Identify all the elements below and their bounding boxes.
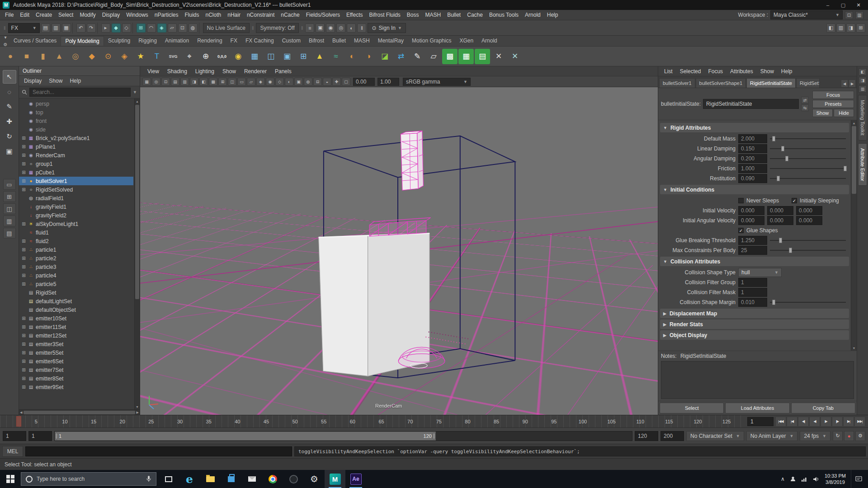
outliner-menu-item[interactable]: Display	[21, 77, 45, 85]
initially-sleeping-checkbox[interactable]: ✓	[792, 198, 797, 203]
platonic-solid[interactable]: ◈	[117, 49, 132, 64]
attribute-slider[interactable]	[770, 145, 846, 152]
layout-split-vertical[interactable]: ▥	[3, 216, 16, 226]
menu-item[interactable]: File	[2, 10, 17, 19]
status-icon[interactable]	[72, 23, 75, 33]
expand-toggle[interactable]	[21, 265, 26, 269]
attribute-slider[interactable]	[770, 155, 846, 162]
viewport-menu-item[interactable]: Show	[219, 67, 240, 75]
poly-sphere[interactable]: ●	[3, 49, 18, 64]
expand-toggle[interactable]	[21, 376, 26, 381]
close-button[interactable]: ✕	[852, 1, 865, 9]
outliner-item[interactable]: emitter3Set	[19, 340, 133, 348]
screen-ao-icon[interactable]: ◒	[323, 78, 331, 86]
action-center-button[interactable]	[851, 470, 866, 488]
outliner-item[interactable]: particle2	[19, 254, 133, 263]
play-forward-button[interactable]: ▶	[821, 417, 831, 427]
outliner-item[interactable]: group1	[19, 160, 133, 168]
wireframe-icon[interactable]: ◇	[275, 78, 284, 86]
attribute-value-field[interactable]: 0.090	[738, 174, 767, 183]
overscan-icon[interactable]: ◧	[199, 78, 208, 86]
layout-single-pane[interactable]: ▭	[3, 179, 16, 190]
attribute-editor-tab[interactable]: RigidSetInitialState	[746, 78, 796, 88]
sculpt-sphere[interactable]: ◉	[231, 49, 246, 64]
shelf-tab[interactable]: Custom	[278, 36, 305, 46]
outliner-search-input[interactable]	[29, 88, 131, 97]
search-filter-icon[interactable]: ▼	[133, 90, 137, 94]
character-set-dropdown[interactable]: No Character Set ▼	[686, 431, 744, 441]
attribute-value-field[interactable]: 1	[738, 288, 767, 297]
store-icon[interactable]	[221, 470, 241, 488]
attribute-value-field[interactable]: 2.000	[738, 134, 767, 143]
menu-item[interactable]: MASH	[422, 10, 444, 19]
playback-end-field[interactable]: 120	[635, 431, 658, 441]
viewport-menu-item[interactable]: Panels	[271, 67, 295, 75]
outliner-item[interactable]: emitter12Set	[19, 331, 133, 340]
use-all-lights-icon[interactable]: ◍	[304, 78, 312, 86]
xray-icon[interactable]: ▩	[209, 78, 217, 86]
menu-item[interactable]: Create	[33, 10, 55, 19]
animation-start-field[interactable]: 1	[3, 431, 26, 441]
gate-mask-icon[interactable]: ▭	[237, 78, 246, 86]
file-explorer-icon[interactable]	[200, 470, 221, 488]
attribute-editor-menu-item[interactable]: List	[661, 67, 676, 75]
menu-item[interactable]: Edit	[17, 10, 33, 19]
extrude[interactable]: ▲	[312, 49, 327, 64]
poly-type[interactable]: T	[149, 49, 165, 64]
step-fwd-frame-button[interactable]: |▶	[832, 417, 843, 427]
poly-cube[interactable]: ■	[19, 49, 34, 64]
node-name-field[interactable]: RigidSetInitialState	[703, 99, 799, 109]
menu-item[interactable]: Cache	[464, 10, 486, 19]
step-fwd-key-button[interactable]: ▶|	[843, 417, 854, 427]
range-slider-track[interactable]: 1 120	[54, 431, 632, 441]
shelf-tab[interactable]: Poly Modeling	[61, 36, 104, 46]
outliner-item[interactable]: defaultObjectSet	[19, 305, 133, 314]
mail-icon[interactable]	[241, 470, 262, 488]
outliner-item[interactable]: fluid2	[19, 237, 133, 245]
shelf-tab[interactable]: Motion Graphics	[408, 36, 455, 46]
expand-toggle[interactable]	[21, 342, 26, 347]
select-tool[interactable]: ↖	[3, 70, 16, 84]
anim-preferences-icon[interactable]: ⚙	[855, 431, 865, 441]
status-icon[interactable]	[199, 23, 202, 33]
start-button[interactable]	[0, 470, 21, 488]
scale-tool[interactable]: ▣	[3, 145, 16, 158]
shelf-tab[interactable]: Arnold	[477, 36, 501, 46]
menu-item[interactable]: Bifrost Fluids	[366, 10, 403, 19]
outliner-menu-item[interactable]: Help	[66, 77, 84, 85]
maya-icon[interactable]	[325, 470, 345, 488]
open-render-view-icon[interactable]: ▣	[316, 23, 325, 33]
collision-shape-type-dropdown[interactable]: hull ▼	[738, 268, 782, 277]
attribute-editor-footer-button[interactable]: Select	[660, 403, 724, 413]
live-surface-indicator[interactable]: No Live Surface	[203, 23, 250, 33]
symmetry-dropdown[interactable]: Symmetry: Off	[256, 23, 298, 33]
attribute-editor-menu-item[interactable]: Focus	[705, 67, 726, 75]
vector-z-field[interactable]: 0.000	[796, 206, 822, 215]
range-end-handle[interactable]	[433, 433, 435, 439]
select-hierarchy-icon[interactable]: ▸	[101, 23, 110, 33]
slider-handle[interactable]	[777, 176, 780, 181]
attribute-editor-tab[interactable]: bulletSolverShape1	[696, 78, 746, 88]
collapsed-section-header[interactable]: Object Display	[660, 330, 849, 340]
shelf-tab[interactable]: XGen	[455, 36, 477, 46]
show-input-connections-icon[interactable]: ⇄	[801, 97, 809, 103]
edge-icon[interactable]	[179, 470, 200, 488]
menu-item[interactable]: Effects	[343, 10, 366, 19]
outliner-item[interactable]: side	[19, 125, 133, 134]
colorspace-dropdown[interactable]: sRGB gamma ▼	[403, 78, 471, 86]
attribute-editor-menu-item[interactable]: Show	[757, 67, 777, 75]
show-button[interactable]: Show	[812, 109, 833, 117]
menu-item[interactable]: nCloth	[203, 10, 225, 19]
expand-toggle[interactable]	[21, 368, 26, 372]
status-icon[interactable]	[132, 23, 135, 33]
viewport-menu-item[interactable]: Renderer	[241, 67, 270, 75]
combine[interactable]: ▦	[247, 49, 262, 64]
scroll-down-icon[interactable]: ▼	[135, 404, 140, 409]
after-effects-icon[interactable]	[345, 470, 366, 488]
playback-range-bar[interactable]: 1 120	[55, 432, 436, 441]
quad-draw[interactable]: ▱	[426, 49, 441, 64]
show-output-connections-icon[interactable]: ⇆	[801, 104, 809, 111]
taskbar-search-box[interactable]: Type here to search	[21, 472, 156, 486]
menu-item[interactable]: Fluids	[182, 10, 203, 19]
target-weld[interactable]: ✕	[507, 49, 523, 64]
